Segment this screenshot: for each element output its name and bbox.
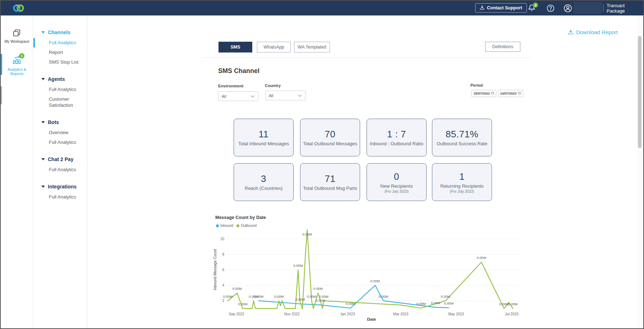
sidebar-item-overview[interactable]: Overview bbox=[41, 129, 83, 136]
sidebar-section-integrations[interactable]: Integrations bbox=[41, 183, 87, 190]
kpi-card-new-recipients: 0New Recipients(For July 2023) bbox=[367, 163, 427, 201]
sidebar-item-label: Full Analytics bbox=[49, 167, 76, 172]
sidebar-section-chat-2-pay[interactable]: Chat 2 Pay bbox=[41, 156, 87, 163]
data-point-label: 0.00M bbox=[249, 294, 258, 298]
tab-wa-templated[interactable]: WA Templated bbox=[294, 42, 330, 52]
sidebar-item-full-analytics[interactable]: Full Analytics bbox=[41, 40, 83, 46]
sidebar-section-label: Agents bbox=[48, 76, 65, 82]
data-point-label: 0.00M bbox=[379, 294, 388, 298]
vertical-scrollbar[interactable] bbox=[637, 15, 643, 328]
definitions-button[interactable]: Definitions bbox=[485, 42, 520, 52]
contact-support-icon bbox=[480, 5, 484, 11]
sidebar-item-label: Full Analytics bbox=[49, 87, 76, 92]
period-to-date-input[interactable]: 24/07/2023 bbox=[498, 90, 523, 97]
chevron-down-icon bbox=[250, 94, 255, 99]
kpi-value: 71 bbox=[325, 173, 336, 184]
x-axis-tick: Sep 2022 bbox=[229, 312, 244, 316]
y-axis-label: Inbound Message Count bbox=[213, 249, 217, 290]
window-frame: Contact Support 3 Transact Packag bbox=[0, 0, 644, 329]
sidebar-item-full-analytics[interactable]: Full Analytics bbox=[41, 166, 83, 173]
tab-whatsapp[interactable]: WhatsApp bbox=[257, 42, 291, 52]
data-point-label: 0.00M bbox=[477, 256, 486, 260]
kpi-value: 1 bbox=[459, 171, 465, 182]
country-select[interactable]: All bbox=[265, 91, 305, 100]
sidebar-item-full-analytics[interactable]: Full Analytics bbox=[41, 194, 83, 200]
tabs-divider bbox=[202, 58, 531, 58]
sidebar-section-bots[interactable]: Bots bbox=[41, 119, 87, 125]
data-point-label: 0.00M bbox=[223, 294, 232, 298]
series-line-outbound bbox=[228, 230, 513, 309]
kpi-value: 3 bbox=[261, 173, 266, 184]
sidebar-item-sms-stop-list[interactable]: SMS Stop List bbox=[41, 59, 83, 65]
kpi-card-total-inbound-messages: 11Total Inbound Messages bbox=[234, 119, 294, 156]
sidebar-item-label: Full Analytics bbox=[49, 194, 76, 200]
calendar-icon bbox=[491, 92, 494, 96]
sidebar-item-customer-satisfaction[interactable]: Customer Satisfaction bbox=[41, 96, 83, 108]
kpi-card-returning-recipients: 1Returning Recipients(For July 2023) bbox=[432, 163, 492, 201]
topbar-divider bbox=[603, 4, 603, 12]
rail-item-analytics-reports[interactable]: 1 Analytics & Reports bbox=[1, 55, 33, 76]
kpi-card-total-outbound-messages: 70Total Outbound Messages bbox=[300, 119, 360, 156]
y-axis-tick: 8 bbox=[222, 252, 224, 256]
kpi-label: Total Outbound Messages bbox=[303, 141, 357, 146]
data-point-label: 0.00M bbox=[371, 279, 380, 283]
sidebar-item-full-analytics[interactable]: Full Analytics bbox=[41, 86, 83, 92]
help-icon[interactable] bbox=[546, 1, 555, 15]
kpi-label: Inbound : Outbound Ratio bbox=[370, 141, 423, 146]
user-account-icon[interactable] bbox=[563, 1, 572, 15]
sidebar-section-channels[interactable]: Channels bbox=[41, 29, 87, 36]
kpi-value: 0 bbox=[394, 171, 399, 182]
y-axis-tick: 4 bbox=[222, 283, 224, 287]
kpi-card-total-outbound-msg-parts: 71Total Outbound Msg Parts bbox=[300, 163, 360, 201]
message-count-chart: 246810Inbound Message CountSep 2022Nov 2… bbox=[202, 227, 533, 327]
data-point-label: 0.00M bbox=[316, 298, 325, 302]
data-point-label: 0.00M bbox=[346, 302, 355, 306]
sidebar-item-full-analytics[interactable]: Full Analytics bbox=[41, 139, 83, 145]
tab-sms[interactable]: SMS bbox=[218, 42, 252, 52]
sidebar-item-label: Overview bbox=[49, 130, 68, 135]
account-name-area[interactable] bbox=[574, 2, 602, 14]
x-axis-tick: Mar 2023 bbox=[393, 312, 409, 316]
kpi-value: 70 bbox=[325, 129, 336, 140]
section-collapse-caret-icon bbox=[41, 186, 45, 188]
notifications-badge: 3 bbox=[533, 2, 538, 8]
country-select-value: All bbox=[269, 93, 273, 98]
section-collapse-caret-icon bbox=[41, 78, 45, 80]
kpi-label: Reach (Countries) bbox=[245, 186, 283, 191]
sidebar-section-agents[interactable]: Agents bbox=[41, 76, 87, 82]
sidebar-active-indicator bbox=[33, 38, 35, 47]
data-point-label: 0.00M bbox=[274, 294, 284, 298]
y-axis-tick: 6 bbox=[222, 268, 224, 272]
environment-select[interactable]: All bbox=[218, 91, 258, 101]
data-point-label: 0.00M bbox=[313, 287, 323, 291]
kpi-card-reach-countries-: 3Reach (Countries) bbox=[234, 163, 294, 201]
icon-rail: My Workspace 1 Analytics & Reports bbox=[1, 15, 33, 328]
data-point-label: 0.00M bbox=[444, 301, 454, 305]
sidebar-item-report[interactable]: Report bbox=[41, 49, 83, 55]
analytics-icon: 1 bbox=[12, 55, 22, 67]
data-point-label: 0.00M bbox=[238, 302, 247, 306]
y-axis-tick: 2 bbox=[222, 299, 224, 303]
calendar-icon bbox=[518, 92, 521, 96]
contact-support-button[interactable]: Contact Support bbox=[475, 3, 527, 13]
kpi-label: Returning Recipients bbox=[440, 183, 484, 189]
data-point-label: 0.00M bbox=[303, 232, 312, 236]
x-axis-tick: May 2023 bbox=[448, 312, 464, 316]
period-from-date-input[interactable]: 25/07/2022 bbox=[472, 90, 496, 97]
vertical-scrollbar-thumb[interactable] bbox=[638, 36, 641, 148]
sidebar-section-label: Integrations bbox=[48, 184, 77, 189]
kpi-value: 85.71% bbox=[446, 129, 478, 140]
kpi-sublabel: (For July 2023) bbox=[450, 189, 474, 193]
download-report-link[interactable]: Download Report bbox=[568, 29, 618, 36]
x-axis-tick: Jul 2023 bbox=[505, 312, 519, 316]
data-point-label: 0.00M bbox=[307, 294, 316, 298]
data-point-label: 0.00M bbox=[295, 297, 305, 301]
chevron-down-icon bbox=[298, 93, 302, 98]
sidebar-section-label: Bots bbox=[48, 119, 59, 125]
data-point-label: 0.00M bbox=[293, 264, 303, 268]
sidebar-item-label: Customer Satisfaction bbox=[49, 96, 73, 108]
kpi-value: 1 : 7 bbox=[387, 129, 406, 140]
rail-item-my-workspace[interactable]: My Workspace bbox=[1, 28, 33, 44]
environment-filter-label: Environment bbox=[218, 84, 243, 88]
app-logo-icon[interactable] bbox=[12, 4, 25, 14]
